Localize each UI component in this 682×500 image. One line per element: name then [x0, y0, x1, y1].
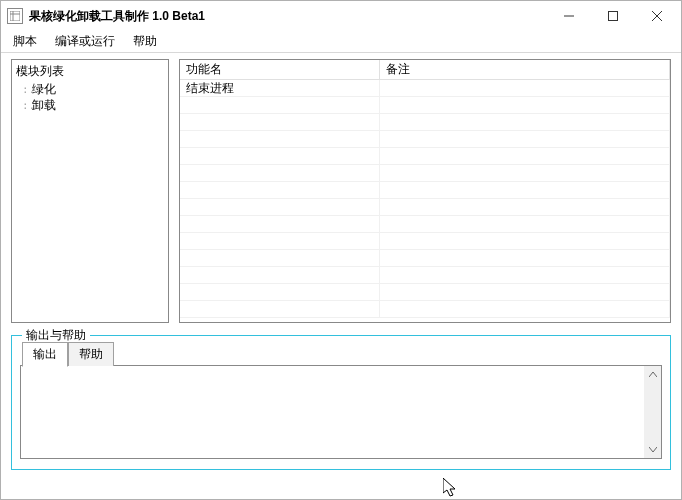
app-window: 果核绿化卸载工具制作 1.0 Beta1 脚本 编译或运行 帮助 模块列表 — [0, 0, 682, 500]
tree-root[interactable]: 模块列表 — [12, 62, 168, 81]
tab-output[interactable]: 输出 — [22, 342, 68, 367]
cell-function-name — [180, 182, 380, 198]
cell-function-name — [180, 284, 380, 300]
cell-function-name — [180, 131, 380, 147]
cell-remark — [380, 114, 670, 130]
cell-function-name — [180, 267, 380, 283]
svg-rect-4 — [609, 12, 618, 21]
table-row[interactable] — [180, 199, 670, 216]
upper-panels: 模块列表 :.. 绿化 :.. 卸载 功能名 备注 — [11, 59, 671, 323]
cell-remark — [380, 216, 670, 232]
cell-remark — [380, 301, 670, 317]
table-row[interactable] — [180, 216, 670, 233]
cell-function-name — [180, 301, 380, 317]
app-icon — [7, 8, 23, 24]
menu-compile-run[interactable]: 编译或运行 — [47, 31, 123, 52]
cell-remark — [380, 80, 670, 96]
table-row[interactable] — [180, 165, 670, 182]
menubar: 脚本 编译或运行 帮助 — [1, 31, 681, 53]
tree-connector-icon: :.. — [20, 99, 32, 112]
table-row[interactable] — [180, 97, 670, 114]
tree-item-label: 绿化 — [32, 81, 56, 98]
cell-function-name — [180, 250, 380, 266]
module-tree[interactable]: 模块列表 :.. 绿化 :.. 卸载 — [11, 59, 169, 323]
scroll-up-button[interactable] — [644, 366, 661, 383]
cell-remark — [380, 182, 670, 198]
tab-help[interactable]: 帮助 — [68, 342, 114, 366]
maximize-button[interactable] — [591, 1, 635, 31]
scroll-down-button[interactable] — [644, 441, 661, 458]
table-row[interactable] — [180, 148, 670, 165]
menu-script[interactable]: 脚本 — [5, 31, 45, 52]
tree-connector-icon: :.. — [20, 83, 32, 96]
column-function-name[interactable]: 功能名 — [180, 60, 380, 80]
content-area: 模块列表 :.. 绿化 :.. 卸载 功能名 备注 — [1, 53, 681, 499]
cell-remark — [380, 284, 670, 300]
table-row[interactable] — [180, 250, 670, 267]
window-title: 果核绿化卸载工具制作 1.0 Beta1 — [29, 8, 547, 25]
table-row[interactable] — [180, 114, 670, 131]
cell-function-name — [180, 148, 380, 164]
table-header: 功能名 备注 — [180, 60, 670, 80]
close-button[interactable] — [635, 1, 679, 31]
cell-remark — [380, 250, 670, 266]
table-row[interactable] — [180, 182, 670, 199]
tree-item-uninstall[interactable]: :.. 卸载 — [20, 97, 168, 113]
output-help-panel: 输出与帮助 输出 帮助 — [11, 335, 671, 470]
svg-rect-0 — [10, 11, 20, 21]
cell-remark — [380, 97, 670, 113]
tree-item-label: 卸载 — [32, 97, 56, 114]
cell-remark — [380, 233, 670, 249]
menu-help[interactable]: 帮助 — [125, 31, 165, 52]
function-table: 功能名 备注 结束进程 — [179, 59, 671, 323]
table-body[interactable]: 结束进程 — [180, 80, 670, 322]
cell-function-name — [180, 216, 380, 232]
cell-remark — [380, 148, 670, 164]
cell-function-name — [180, 114, 380, 130]
scrollbar[interactable] — [644, 366, 661, 458]
table-row[interactable] — [180, 233, 670, 250]
cell-remark — [380, 131, 670, 147]
table-row[interactable] — [180, 131, 670, 148]
window-controls — [547, 1, 679, 31]
table-row[interactable] — [180, 301, 670, 318]
cell-function-name — [180, 165, 380, 181]
column-remark[interactable]: 备注 — [380, 60, 670, 80]
cell-function-name — [180, 97, 380, 113]
output-tabs: 输出 帮助 — [20, 344, 662, 366]
tree-item-greenify[interactable]: :.. 绿化 — [20, 81, 168, 97]
titlebar: 果核绿化卸载工具制作 1.0 Beta1 — [1, 1, 681, 31]
cell-function-name: 结束进程 — [180, 80, 380, 96]
output-log[interactable] — [20, 365, 662, 459]
cell-function-name — [180, 199, 380, 215]
table-row[interactable] — [180, 284, 670, 301]
cell-remark — [380, 199, 670, 215]
minimize-button[interactable] — [547, 1, 591, 31]
cell-remark — [380, 165, 670, 181]
cell-remark — [380, 267, 670, 283]
table-row[interactable]: 结束进程 — [180, 80, 670, 97]
cell-function-name — [180, 233, 380, 249]
table-row[interactable] — [180, 267, 670, 284]
